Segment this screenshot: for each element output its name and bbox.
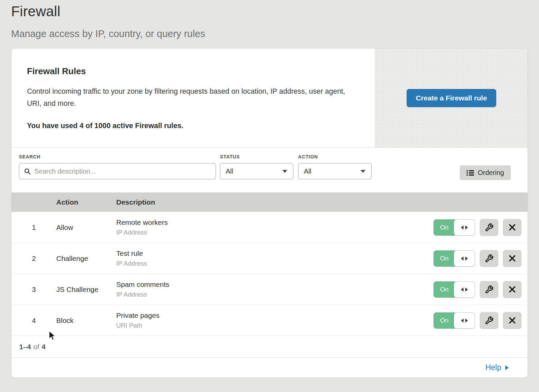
status-filter-group: STATUS All — [220, 154, 293, 179]
search-filter-group: SEARCH — [19, 154, 216, 179]
info-panel: Firewall Rules Control incoming traffic … — [11, 49, 375, 147]
edit-rule-button[interactable] — [480, 281, 498, 298]
rule-description: Spam comments — [116, 280, 434, 289]
arrow-right-icon — [465, 225, 468, 230]
wrench-icon — [485, 285, 494, 294]
help-link[interactable]: Help — [485, 363, 509, 372]
rule-match-type: URI Path — [116, 322, 434, 329]
rule-action: JS Challenge — [56, 285, 116, 294]
status-select[interactable]: All — [220, 163, 293, 179]
ordering-button-label: Ordering — [478, 169, 504, 177]
close-icon — [509, 317, 516, 324]
help-link-label: Help — [485, 363, 501, 372]
delete-rule-button[interactable] — [503, 312, 521, 329]
usage-note: You have used 4 of 1000 active Firewall … — [27, 122, 351, 130]
arrow-right-icon — [465, 257, 468, 261]
info-card-description: Control incoming traffic to your zone by… — [27, 85, 345, 110]
wrench-icon — [485, 316, 494, 325]
table-header: Action Description — [11, 192, 528, 212]
close-icon — [509, 255, 516, 262]
rule-controls: On — [434, 312, 528, 329]
edit-rule-button[interactable] — [480, 312, 498, 329]
toggle-on-label: On — [434, 312, 455, 329]
arrow-left-icon — [461, 257, 464, 261]
panel-footer: Help — [11, 357, 528, 378]
delete-rule-button[interactable] — [503, 281, 521, 298]
chevron-down-icon — [282, 170, 288, 173]
delete-rule-button[interactable] — [503, 219, 521, 236]
firewall-rules-panel: Firewall Rules Control incoming traffic … — [11, 48, 528, 378]
rule-priority: 1 — [11, 223, 56, 232]
delete-rule-button[interactable] — [503, 250, 521, 267]
rule-priority: 2 — [11, 254, 56, 263]
rule-action: Allow — [56, 223, 116, 232]
action-selected-value: All — [304, 168, 311, 175]
table-row: 2 Challenge Test rule IP Address On — [11, 243, 528, 274]
rule-priority: 3 — [11, 285, 56, 294]
search-input[interactable] — [34, 168, 211, 175]
search-label: SEARCH — [19, 154, 216, 159]
search-box[interactable] — [19, 163, 216, 179]
rule-enabled-toggle[interactable]: On — [434, 250, 475, 267]
toggle-on-label: On — [434, 281, 455, 298]
play-arrow-icon — [505, 365, 509, 370]
chevron-down-icon — [360, 170, 366, 173]
rule-enabled-toggle[interactable]: On — [434, 312, 475, 329]
action-column-header: Action — [56, 198, 116, 206]
rule-description: Private pages — [116, 311, 434, 320]
table-row: 3 JS Challenge Spam comments IP Address … — [11, 274, 528, 305]
close-icon — [509, 286, 516, 293]
rule-action: Block — [56, 316, 116, 325]
wrench-icon — [485, 254, 494, 263]
action-label: ACTION — [298, 154, 372, 159]
toggle-on-label: On — [434, 219, 455, 236]
create-firewall-rule-button[interactable]: Create a Firewall rule — [407, 89, 496, 107]
toggle-knob[interactable] — [454, 281, 475, 298]
rule-controls: On — [434, 281, 528, 298]
arrow-right-icon — [465, 319, 468, 323]
table-row: 1 Allow Remote workers IP Address On — [11, 212, 528, 243]
page-header: Firewall Manage access by IP, country, o… — [0, 0, 539, 39]
edit-rule-button[interactable] — [480, 250, 498, 267]
pagination-total: 4 — [42, 343, 46, 351]
list-icon — [467, 170, 474, 176]
filter-bar: SEARCH STATUS All ACTION — [11, 148, 528, 192]
create-rule-aside: Create a Firewall rule — [375, 49, 528, 147]
pagination-of: of — [33, 343, 39, 351]
toggle-knob[interactable] — [454, 219, 475, 236]
arrow-left-icon — [461, 225, 464, 230]
rule-enabled-toggle[interactable]: On — [434, 219, 475, 236]
status-selected-value: All — [226, 168, 233, 175]
pagination-range: 1–4 — [19, 343, 31, 351]
rule-controls: On — [434, 250, 528, 267]
info-section: Firewall Rules Control incoming traffic … — [11, 49, 528, 148]
status-label: STATUS — [220, 154, 293, 159]
toggle-knob[interactable] — [454, 312, 475, 329]
toggle-knob[interactable] — [454, 250, 475, 267]
rule-description: Test rule — [116, 249, 434, 258]
action-select[interactable]: All — [298, 163, 372, 179]
page-subtitle: Manage access by IP, country, or query r… — [11, 28, 539, 39]
toggle-on-label: On — [434, 250, 455, 267]
pagination-bar: 1–4 of 4 — [11, 336, 528, 357]
rule-match-type: IP Address — [116, 229, 434, 236]
arrow-left-icon — [461, 288, 464, 292]
rule-controls: On — [434, 219, 528, 236]
edit-rule-button[interactable] — [480, 219, 498, 236]
rule-description: Remote workers — [116, 218, 434, 227]
page-title: Firewall — [11, 3, 539, 20]
rule-action: Challenge — [56, 254, 116, 263]
rule-priority: 4 — [11, 316, 56, 325]
info-card-title: Firewall Rules — [27, 66, 351, 77]
table-row: 4 Block Private pages URI Path On — [11, 305, 528, 336]
rule-match-type: IP Address — [116, 291, 434, 298]
wrench-icon — [485, 223, 494, 232]
search-icon — [24, 168, 31, 175]
close-icon — [509, 224, 516, 231]
action-filter-group: ACTION All — [298, 154, 372, 179]
arrow-left-icon — [461, 319, 464, 323]
ordering-button[interactable]: Ordering — [460, 165, 511, 180]
rule-enabled-toggle[interactable]: On — [434, 281, 475, 298]
rule-match-type: IP Address — [116, 260, 434, 267]
arrow-right-icon — [465, 288, 468, 292]
